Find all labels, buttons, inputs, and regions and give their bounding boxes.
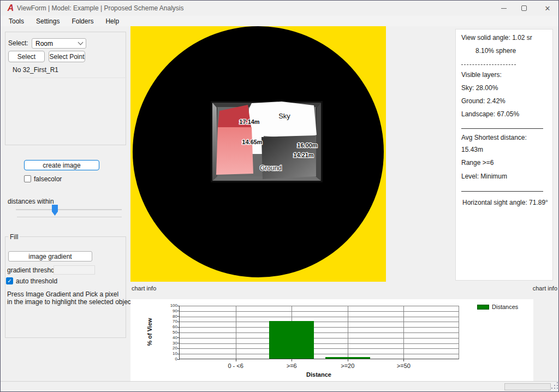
gradient-threshold-input[interactable] xyxy=(53,265,95,275)
y-tick-label: 10 xyxy=(161,351,177,356)
x-tick xyxy=(403,359,404,361)
separator-dashed xyxy=(461,64,516,65)
menu-folders[interactable]: Folders xyxy=(66,17,99,25)
select-point-button[interactable]: Select Point xyxy=(49,51,85,62)
instructions-line1: Press Image Gradient and Pick a pixel xyxy=(7,290,134,298)
selection-group xyxy=(5,32,126,145)
status-bar xyxy=(1,381,559,391)
auto-threshold-checkbox[interactable]: ✓ xyxy=(6,277,13,284)
window-title: ViewForm | Model: Example | Proposed Sch… xyxy=(17,1,183,16)
y-gridline xyxy=(180,306,459,306)
visible-layers-title: Visible layers: xyxy=(461,71,502,79)
y-tick-label: 40 xyxy=(161,335,177,340)
separator-line xyxy=(461,191,543,192)
legend-label: Distances xyxy=(492,304,518,310)
level-value: Level: Minimum xyxy=(461,173,507,180)
y-tick xyxy=(177,337,180,338)
ground-label: Ground xyxy=(260,164,282,172)
y-gridline xyxy=(180,343,459,344)
image-gradient-button[interactable]: image gradient xyxy=(8,251,92,262)
x-gridline xyxy=(236,306,236,359)
y-tick xyxy=(177,348,180,349)
falsecolor-checkbox[interactable] xyxy=(24,175,31,182)
x-tick xyxy=(292,359,292,361)
x-tick-label: 0 - <6 xyxy=(228,363,243,369)
select-label: Select: xyxy=(8,39,28,47)
menu-tools[interactable]: Tools xyxy=(3,17,30,25)
view-solid-angle: View solid angle: 1.02 sr xyxy=(461,34,532,41)
y-gridline xyxy=(180,332,459,333)
close-button[interactable]: ✕ xyxy=(537,1,558,16)
room-render-image: Sky 17.14m 14.65m 16.00m 14.21m Ground xyxy=(211,101,323,182)
status-field xyxy=(504,383,551,390)
stats-panel: View solid angle: 1.02 sr 8.10% sphere V… xyxy=(455,29,553,281)
y-gridline xyxy=(180,317,459,317)
distances-slider-thumb[interactable] xyxy=(52,205,58,216)
x-tick-label: >=6 xyxy=(287,363,297,369)
y-tick-label: 30 xyxy=(161,341,177,346)
x-axis-title: Distance xyxy=(297,371,341,378)
select-dropdown[interactable]: Room xyxy=(32,38,86,49)
y-axis-title: % of View xyxy=(146,310,153,354)
select-button[interactable]: Select xyxy=(8,51,45,62)
sky-percent: Sky: 28.00% xyxy=(461,84,498,92)
y-tick xyxy=(177,322,180,322)
y-gridline xyxy=(180,348,459,349)
y-tick-label: 90 xyxy=(161,308,177,313)
x-tick xyxy=(236,359,236,361)
selected-room-name: No 32_First_R1 xyxy=(13,66,58,74)
sphere-percent: 8.10% sphere xyxy=(475,47,516,55)
distance-label-17: 17.14m xyxy=(239,118,260,125)
maximize-button[interactable] xyxy=(513,1,535,16)
avg-shortest-title: Avg Shortest distance: xyxy=(461,134,527,141)
create-image-button[interactable]: create image xyxy=(24,160,99,170)
y-tick xyxy=(177,316,180,317)
instructions-line2: in the image to highlight the selected o… xyxy=(7,298,134,306)
separator-line xyxy=(461,128,543,129)
landscape-percent: Landscape: 67.05% xyxy=(461,110,519,118)
y-tick-label: 0 xyxy=(161,357,177,361)
minimize-icon xyxy=(501,8,507,9)
ground-percent: Ground: 2.42% xyxy=(461,97,506,105)
y-tick-label: 20 xyxy=(161,346,177,351)
minimize-button[interactable] xyxy=(493,1,515,16)
distances-within-label: distances within xyxy=(8,198,54,205)
fisheye-viewport[interactable]: Sky 17.14m 14.65m 16.00m 14.21m Ground xyxy=(130,26,386,282)
chevron-down-icon xyxy=(78,40,84,45)
auto-threshold-label: auto threshold xyxy=(16,277,57,285)
red-building-face xyxy=(216,127,253,175)
y-tick xyxy=(177,332,180,333)
chart-bar xyxy=(269,321,314,359)
y-gridline xyxy=(180,327,459,328)
chart-legend: Distances xyxy=(477,304,518,310)
distance-label-14-65: 14.65m xyxy=(242,139,263,145)
menu-settings[interactable]: Settings xyxy=(30,17,66,25)
distances-slider-track-lower xyxy=(17,217,122,217)
y-tick xyxy=(177,306,180,306)
y-tick-label: 100 xyxy=(161,303,177,308)
range-value: Range >=6 xyxy=(461,159,493,167)
x-gridline xyxy=(403,306,404,359)
legend-swatch xyxy=(477,305,489,310)
x-tick xyxy=(348,359,348,361)
falsecolor-label: falsecolor xyxy=(34,175,62,183)
horizontal-sight-angle: Horizontal sight angle: 71.89° xyxy=(462,199,548,206)
resize-grip-icon[interactable] xyxy=(552,383,558,390)
y-tick xyxy=(177,354,180,354)
y-gridline xyxy=(180,322,459,322)
title-bar: A ViewForm | Model: Example | Proposed S… xyxy=(1,1,558,16)
y-tick xyxy=(177,359,180,360)
distance-label-14-21: 14.21m xyxy=(293,152,314,158)
app-logo-icon: A xyxy=(6,3,15,13)
menu-help[interactable]: Help xyxy=(99,17,125,25)
maximize-icon xyxy=(521,5,527,11)
distance-label-16: 16.00m xyxy=(297,142,318,149)
chart-bar xyxy=(325,357,370,359)
chart-plot: 01020304050607080901000 - <6>=6>=20>=50 xyxy=(179,306,459,359)
y-gridline xyxy=(180,338,459,338)
instructions-text: Press Image Gradient and Pick a pixel in… xyxy=(7,290,134,306)
y-tick xyxy=(177,327,180,328)
y-tick xyxy=(177,311,180,311)
y-tick-label: 70 xyxy=(161,319,177,324)
distances-slider-track[interactable] xyxy=(16,209,122,210)
